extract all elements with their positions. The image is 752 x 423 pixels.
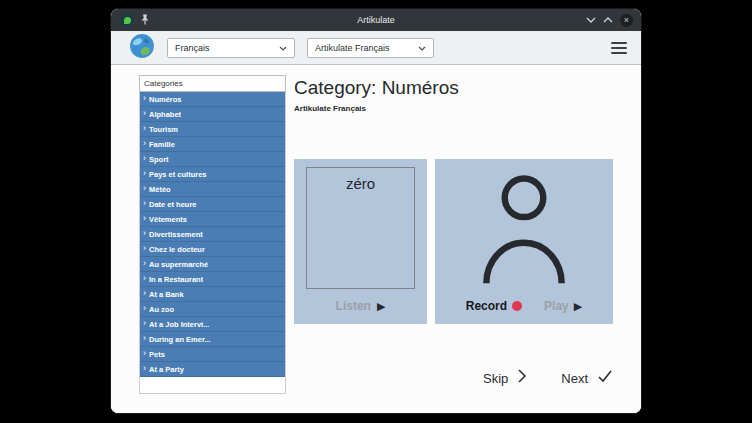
sidebar-category-item[interactable]: › Au supermarché [140,257,285,272]
maximize-icon[interactable] [603,17,613,23]
category-label: At a Bank [149,290,184,299]
chevron-right-icon: › [143,214,146,223]
category-label: Famille [149,140,175,149]
sidebar-category-item[interactable]: › Vêtements [140,212,285,227]
sidebar-category-item[interactable]: › Pets [140,347,285,362]
record-card: Record Play ▶ [435,159,613,324]
chevron-right-icon: › [143,154,146,163]
sidebar-category-item[interactable]: › Numéros [140,92,285,107]
category-label: Pays et cultures [149,170,207,179]
chevron-right-icon: › [143,139,146,148]
course-subtitle: Artikulate Français [294,104,613,113]
sidebar-category-item[interactable]: › During an Emer... [140,332,285,347]
phrase-box: zéro [306,167,415,289]
category-label: Tourism [149,125,178,134]
sidebar-category-item[interactable]: › Alphabet [140,107,285,122]
category-label: Météo [149,185,171,194]
sidebar-category-item[interactable]: › At a Job Intervi... [140,317,285,332]
category-label: Chez le docteur [149,245,205,254]
language-select-value: Français [175,43,210,53]
navigation-footer: Skip Next [294,368,613,388]
sidebar-category-item[interactable]: › Sport [140,152,285,167]
category-label: Sport [149,155,169,164]
category-label: Divertissement [149,230,203,239]
page-title: Category: Numéros [294,77,613,99]
sidebar-category-item[interactable]: › At a Bank [140,287,285,302]
chevron-right-icon: › [143,364,146,373]
content-area: Categories › Numéros › Alphabet › Touris… [111,65,641,413]
sidebar-category-item[interactable]: › Divertissement [140,227,285,242]
sidebar-category-item[interactable]: › Tourism [140,122,285,137]
sidebar-category-item[interactable]: › At a Party [140,362,285,377]
categories-header: Categories [139,75,286,92]
language-select[interactable]: Français [167,38,295,58]
chevron-right-icon: › [143,169,146,178]
sidebar-category-item[interactable]: › In a Restaurant [140,272,285,287]
person-icon [478,173,570,289]
phrase-card: zéro Listen ▶ [294,159,427,324]
chevron-right-icon: › [143,244,146,253]
window-title: Artikulate [111,15,641,25]
hamburger-menu-icon[interactable] [611,42,627,54]
category-label: In a Restaurant [149,275,203,284]
course-select-value: Artikulate Français [315,43,390,53]
record-dot-icon [512,301,522,311]
record-button[interactable]: Record [466,299,522,313]
globe-icon [129,33,155,63]
category-list: › Numéros › Alphabet › Tourism › Famille… [139,92,286,394]
minimize-icon[interactable] [586,17,596,23]
chevron-right-icon: › [143,349,146,358]
category-label: Alphabet [149,110,181,119]
checkmark-icon [597,368,613,388]
category-label: At a Party [149,365,184,374]
artikulate-app-icon [121,14,133,26]
training-cards: zéro Listen ▶ [294,159,613,324]
main-panel: Category: Numéros Artikulate Français zé… [294,75,613,413]
dropdown-arrow-icon [418,43,426,53]
pin-icon[interactable] [140,11,150,29]
chevron-right-icon: › [143,184,146,193]
close-icon[interactable]: × [620,14,633,27]
course-select[interactable]: Artikulate Français [307,38,434,58]
chevron-right-icon: › [143,334,146,343]
chevron-right-icon: › [143,274,146,283]
play-label: Play [544,299,569,313]
sidebar-category-item[interactable]: › Pays et cultures [140,167,285,182]
category-label: Au zoo [149,305,174,314]
play-button[interactable]: Play ▶ [544,299,582,313]
play-icon: ▶ [574,301,582,312]
skip-button[interactable]: Skip [483,368,527,388]
next-label: Next [561,371,588,386]
listen-button[interactable]: Listen ▶ [336,299,386,313]
toolbar: Français Artikulate Français [111,31,641,65]
category-label: Numéros [149,95,182,104]
chevron-right-icon: › [143,109,146,118]
titlebar-right-icons: × [586,14,641,27]
sidebar-category-item[interactable]: › Date et heure [140,197,285,212]
next-button[interactable]: Next [561,368,613,388]
chevron-right-icon: › [143,124,146,133]
titlebar-left-icons [111,11,150,29]
chevron-right-icon: › [143,229,146,238]
record-play-actions: Record Play ▶ [466,299,583,313]
phrase-text: zéro [346,175,375,288]
category-label: During an Emer... [149,335,211,344]
chevron-right-icon: › [143,304,146,313]
listen-label: Listen [336,299,371,313]
sidebar-category-item[interactable]: › Météo [140,182,285,197]
sidebar-category-item[interactable]: › Chez le docteur [140,242,285,257]
category-label: At a Job Intervi... [149,320,209,329]
titlebar[interactable]: Artikulate × [111,9,641,31]
category-label: Au supermarché [149,260,208,269]
skip-label: Skip [483,371,508,386]
chevron-right-icon: › [143,259,146,268]
record-label: Record [466,299,507,313]
desktop-background: Artikulate × [0,0,752,423]
category-label: Vêtements [149,215,187,224]
chevron-right-icon: › [143,289,146,298]
category-label: Pets [149,350,165,359]
sidebar-category-item[interactable]: › Au zoo [140,302,285,317]
chevron-right-icon: › [143,319,146,328]
sidebar-category-item[interactable]: › Famille [140,137,285,152]
skip-arrow-icon [517,368,527,388]
